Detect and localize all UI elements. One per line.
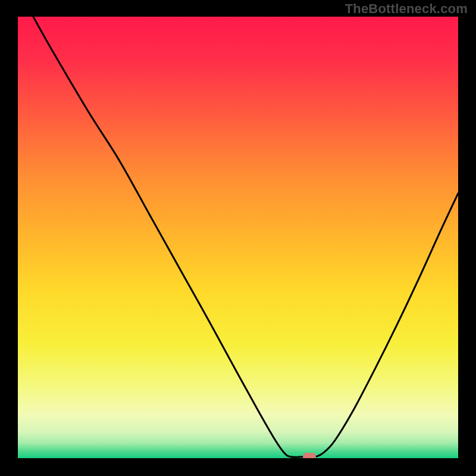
bottleneck-curve xyxy=(18,17,458,458)
optimal-point-marker xyxy=(303,453,316,458)
plot-area xyxy=(18,17,458,458)
chart-frame: TheBottleneck.com xyxy=(0,0,476,476)
watermark-text: TheBottleneck.com xyxy=(345,1,468,17)
